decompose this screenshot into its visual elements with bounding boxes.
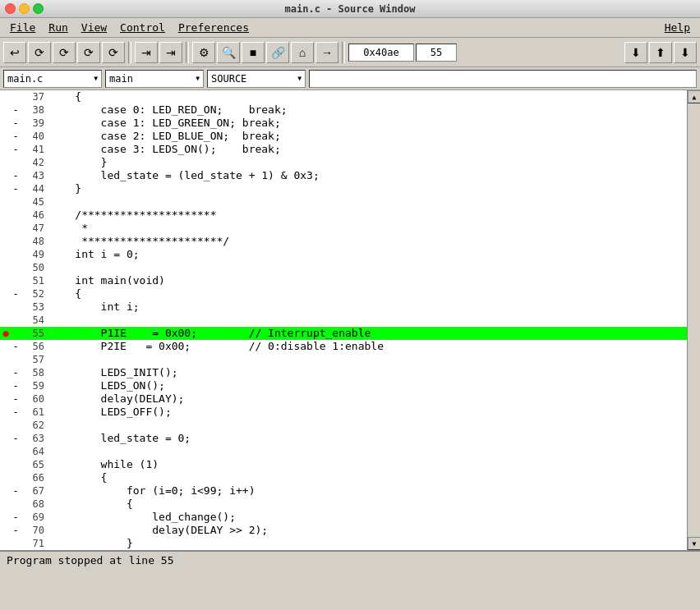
line-number: 58 (20, 366, 49, 379)
line-number: 56 (20, 340, 49, 353)
breakpoint-col (0, 314, 12, 327)
breakpoint-col (0, 445, 12, 458)
function-selector[interactable]: main ▼ (105, 70, 204, 88)
code-text: for (i=0; i<99; i++) (49, 484, 687, 498)
scroll-track[interactable] (688, 103, 700, 537)
search-field[interactable] (309, 70, 697, 88)
breakpoint-col (0, 209, 12, 222)
tb-btn-10[interactable]: ■ (242, 42, 265, 63)
menu-run[interactable]: Run (42, 20, 74, 35)
toolbar: ↩ ⟳ ⟳ ⟳ ⟳ ⇥ ⇥ ⚙ 🔍 ■ 🔗 ⌂ → 0x40ae 55 ⬇ ⬆ … (0, 38, 700, 67)
line-number: 47 (20, 222, 49, 235)
breakpoint-col (0, 156, 12, 169)
line-number: 52 (20, 287, 49, 300)
breakpoint-col (0, 222, 12, 235)
scroll-up-button[interactable]: ▲ (688, 90, 700, 103)
code-text: * (49, 222, 687, 235)
code-line-58: -58 LEDS_INIT(); (0, 366, 687, 379)
code-line-42: 42 } (0, 156, 687, 169)
code-line-55: ● 55 P1IE = 0x00; // Interrupt_enable (0, 327, 687, 340)
code-line-59: -59 LEDS_ON(); (0, 379, 687, 392)
tb-right-btn-3[interactable]: ⬇ (674, 42, 697, 63)
tb-btn-13[interactable]: → (315, 42, 338, 63)
code-text: delay(DELAY >> 2); (49, 524, 687, 537)
code-line-53: 53 int i; (0, 300, 687, 314)
code-line-62: 62 (0, 419, 687, 432)
scroll-down-button[interactable]: ▼ (688, 537, 700, 550)
breakpoint-col (0, 524, 12, 537)
tb-btn-5[interactable]: ⟳ (102, 42, 125, 63)
menu-preferences[interactable]: Preferences (172, 20, 256, 35)
mode-selector-arrow: ▼ (297, 75, 302, 82)
line-number: 55 (20, 327, 49, 340)
line-number: 41 (20, 143, 49, 156)
tb-btn-7[interactable]: ⇥ (159, 42, 182, 63)
code-content: 37 { -38 case 0: LED_RED_ON; break; -39 … (0, 90, 687, 550)
minus-col (12, 458, 20, 471)
menu-view[interactable]: View (75, 20, 113, 35)
code-text: LEDS_INIT(); (49, 366, 687, 379)
menu-control[interactable]: Control (113, 20, 172, 35)
code-text: LEDS_OFF(); (49, 406, 687, 419)
tb-btn-6[interactable]: ⇥ (135, 42, 158, 63)
code-line-51: 51 int main(void) (0, 274, 687, 287)
code-line-69: -69 led_change(); (0, 511, 687, 524)
minus-col (12, 222, 20, 235)
selector-bar: main.c ▼ main ▼ SOURCE ▼ (0, 67, 700, 90)
minus-col (12, 209, 20, 222)
minus-col: - (12, 366, 20, 379)
code-line-40: -40 case 2: LED_BLUE_ON; break; (0, 130, 687, 143)
mode-selector[interactable]: SOURCE ▼ (207, 70, 306, 88)
menu-bar: File Run View Control Preferences Help (0, 18, 700, 38)
line-number: 70 (20, 524, 49, 537)
tb-btn-11[interactable]: 🔗 (266, 42, 289, 63)
tb-btn-3[interactable]: ⟳ (53, 42, 76, 63)
minus-col (12, 498, 20, 511)
file-selector[interactable]: main.c ▼ (3, 70, 102, 88)
line-number: 45 (20, 195, 49, 209)
tb-btn-9[interactable]: 🔍 (217, 42, 240, 63)
value-display: 55 (416, 44, 457, 62)
line-number: 66 (20, 471, 49, 484)
minus-col: - (12, 524, 20, 537)
code-line-47: 47 * (0, 222, 687, 235)
minus-col (12, 156, 20, 169)
tb-btn-1[interactable]: ↩ (3, 42, 26, 63)
menu-file[interactable]: File (3, 20, 42, 35)
tb-right-btn-1[interactable]: ⬇ (624, 42, 647, 63)
code-line-37: 37 { (0, 90, 687, 103)
tb-btn-4[interactable]: ⟳ (77, 42, 100, 63)
maximize-button[interactable] (33, 3, 44, 14)
tb-btn-2[interactable]: ⟳ (28, 42, 51, 63)
minus-col (12, 195, 20, 209)
line-number: 44 (20, 182, 49, 195)
minus-col: - (12, 340, 20, 353)
menu-help[interactable]: Help (658, 20, 697, 35)
line-number: 38 (20, 103, 49, 117)
minus-col: - (12, 484, 20, 498)
code-text: { (49, 471, 687, 484)
code-text: } (49, 537, 687, 550)
tb-right-btn-2[interactable]: ⬆ (649, 42, 672, 63)
scrollbar[interactable]: ▲ ▼ (687, 90, 700, 550)
minus-col: - (12, 379, 20, 392)
breakpoint-col (0, 511, 12, 524)
minus-col (12, 235, 20, 248)
tb-btn-8[interactable]: ⚙ (192, 42, 215, 63)
close-button[interactable] (5, 3, 16, 14)
breakpoint-col (0, 419, 12, 432)
minus-col (12, 300, 20, 314)
breakpoint-col (0, 117, 12, 130)
breakpoint-col (0, 103, 12, 117)
breakpoint-col (0, 300, 12, 314)
code-line-44: -44 } (0, 182, 687, 195)
breakpoint-col (0, 537, 12, 550)
minus-col (12, 274, 20, 287)
code-line-52: -52 { (0, 287, 687, 300)
tb-btn-12[interactable]: ⌂ (291, 42, 314, 63)
toolbar-right: ⬇ ⬆ ⬇ (624, 42, 697, 63)
code-text: int main(void) (49, 274, 687, 287)
code-area: 37 { -38 case 0: LED_RED_ON; break; -39 … (0, 90, 700, 550)
minimize-button[interactable] (19, 3, 30, 14)
breakpoint-col (0, 274, 12, 287)
